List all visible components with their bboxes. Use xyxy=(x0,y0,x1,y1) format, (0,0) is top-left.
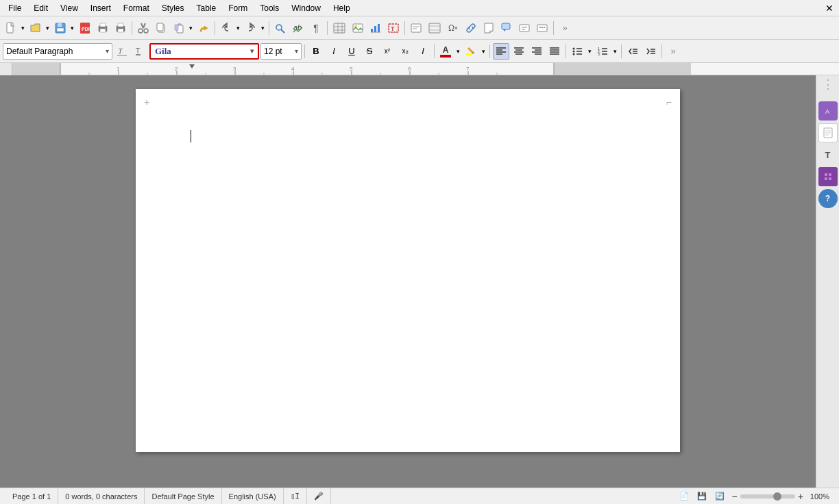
menu-help[interactable]: Help xyxy=(328,2,356,14)
menu-window[interactable]: Window xyxy=(286,2,326,14)
paste-button[interactable] xyxy=(171,20,187,36)
undo-dropdown-button[interactable]: ▾ xyxy=(234,20,241,36)
separator xyxy=(621,45,622,58)
highlight-color-button[interactable] xyxy=(463,43,479,60)
spellcheck-button[interactable]: ab xyxy=(290,20,306,36)
superscript-button[interactable]: x² xyxy=(379,43,396,60)
character-spacing-button[interactable]: T xyxy=(114,43,130,60)
insert-special-btn[interactable] xyxy=(408,20,424,36)
ordered-list-button[interactable]: 1.2.3. xyxy=(594,43,611,60)
macro-indicator: 🎤 xyxy=(307,488,331,504)
svg-rect-29 xyxy=(371,29,373,32)
align-center-button[interactable] xyxy=(511,43,527,60)
insert-image-button[interactable] xyxy=(350,20,366,36)
zoom-in-button[interactable]: + xyxy=(795,491,806,502)
show-changes-btn[interactable] xyxy=(534,20,550,36)
align-left-button[interactable] xyxy=(493,43,509,60)
copy-button[interactable] xyxy=(153,20,169,36)
window-close-button[interactable]: ✕ xyxy=(823,1,836,15)
clone-formatting-button[interactable] xyxy=(195,20,212,36)
comment-btn[interactable] xyxy=(498,20,515,36)
ordered-list-dropdown[interactable]: ▾ xyxy=(611,43,618,60)
insert-link-btn[interactable] xyxy=(463,20,479,36)
new-dropdown-button[interactable]: ▾ xyxy=(19,20,26,36)
highlight-color-dropdown[interactable]: ▾ xyxy=(480,43,487,60)
font-size-select[interactable]: 12 pt ▾ xyxy=(260,43,302,60)
print-preview-button[interactable] xyxy=(112,20,129,36)
insert-textbox-button[interactable]: T xyxy=(385,20,402,36)
export-pdf-button[interactable]: PDF xyxy=(77,20,93,36)
insert-table-button[interactable] xyxy=(330,20,348,36)
font-color-button[interactable]: A xyxy=(437,43,454,60)
svg-rect-12 xyxy=(118,29,123,32)
menu-format[interactable]: Format xyxy=(118,2,155,14)
page-style-status: Default Page Style xyxy=(145,488,221,504)
italic-button[interactable]: I xyxy=(326,43,342,60)
redo-button[interactable] xyxy=(243,20,259,36)
new-button[interactable] xyxy=(3,20,19,36)
redo-dropdown-button[interactable]: ▾ xyxy=(259,20,266,36)
doc-state-icon: 📄 xyxy=(675,492,693,501)
document-area[interactable]: + ⌐ xyxy=(0,75,816,488)
undo-button[interactable] xyxy=(218,20,234,36)
insert-header-footer-btn[interactable] xyxy=(426,20,443,36)
special-chars-btn[interactable]: Ω▾ xyxy=(445,20,461,36)
cut-button[interactable] xyxy=(135,20,151,36)
menu-insert[interactable]: Insert xyxy=(85,2,117,14)
save-button[interactable] xyxy=(52,20,69,36)
svg-rect-89 xyxy=(60,63,554,75)
find-replace-button[interactable] xyxy=(272,20,289,36)
menu-tools[interactable]: Tools xyxy=(254,2,284,14)
strikethrough-button[interactable]: S xyxy=(361,43,378,60)
indent-decrease-button[interactable] xyxy=(624,43,641,60)
print-button[interactable] xyxy=(95,20,111,36)
sidebar-navigator-button[interactable] xyxy=(818,123,838,142)
separator xyxy=(269,21,269,35)
format-toolbar: Default Paragraph ▾ T T Gila ▾ 12 pt ▾ B… xyxy=(0,40,839,63)
underline-button[interactable]: U xyxy=(343,43,360,60)
align-right-button[interactable] xyxy=(528,43,545,60)
menu-edit[interactable]: Edit xyxy=(28,2,53,14)
show-formatting-button[interactable]: ¶ xyxy=(308,20,324,36)
zoom-out-button[interactable]: − xyxy=(729,491,740,502)
zoom-thumb[interactable] xyxy=(773,492,781,501)
separator xyxy=(434,45,435,58)
font-name-select[interactable]: Gila ▾ xyxy=(149,43,259,60)
menu-styles[interactable]: Styles xyxy=(156,2,190,14)
italic2-button[interactable]: I xyxy=(415,43,431,60)
unordered-list-dropdown[interactable]: ▾ xyxy=(586,43,593,60)
menu-table[interactable]: Table xyxy=(191,2,222,14)
font-effects-button[interactable]: T xyxy=(132,43,148,60)
svg-rect-125 xyxy=(829,177,831,180)
menu-view[interactable]: View xyxy=(55,2,84,14)
sidebar-styles-button[interactable]: A xyxy=(818,101,838,121)
more-format-btn[interactable]: » xyxy=(665,43,681,60)
track-changes-btn[interactable] xyxy=(516,20,533,36)
open-button[interactable] xyxy=(27,20,44,36)
insert-note-btn[interactable] xyxy=(481,20,497,36)
sidebar-help-button[interactable]: ? xyxy=(818,189,838,208)
document-page[interactable]: + ⌐ xyxy=(136,89,680,452)
font-color-dropdown[interactable]: ▾ xyxy=(454,43,461,60)
zoom-slider[interactable] xyxy=(740,494,795,499)
indent-increase-button[interactable] xyxy=(642,43,659,60)
more-controls-btn[interactable]: » xyxy=(557,20,573,36)
sidebar-gallery-button[interactable] xyxy=(818,167,838,186)
subscript-button[interactable]: x₂ xyxy=(397,43,413,60)
bold-button[interactable]: B xyxy=(308,43,324,60)
paragraph-style-select[interactable]: Default Paragraph ▾ xyxy=(3,43,112,60)
menu-form[interactable]: Form xyxy=(223,2,253,14)
insert-chart-button[interactable] xyxy=(367,20,384,36)
open-dropdown-button[interactable]: ▾ xyxy=(44,20,51,36)
menu-file[interactable]: File xyxy=(3,2,27,14)
paste-dropdown-button[interactable]: ▾ xyxy=(187,20,194,36)
unordered-list-button[interactable] xyxy=(569,43,585,60)
svg-rect-8 xyxy=(100,29,106,32)
svg-text:T: T xyxy=(136,47,140,55)
sidebar-collapse-icon[interactable]: ⋮ xyxy=(822,78,834,90)
svg-rect-41 xyxy=(502,23,510,29)
sidebar-text-button[interactable]: T xyxy=(818,145,838,164)
font-name-value: Gila xyxy=(155,46,249,57)
align-justify-button[interactable] xyxy=(546,43,563,60)
save-dropdown-button[interactable]: ▾ xyxy=(69,20,75,36)
